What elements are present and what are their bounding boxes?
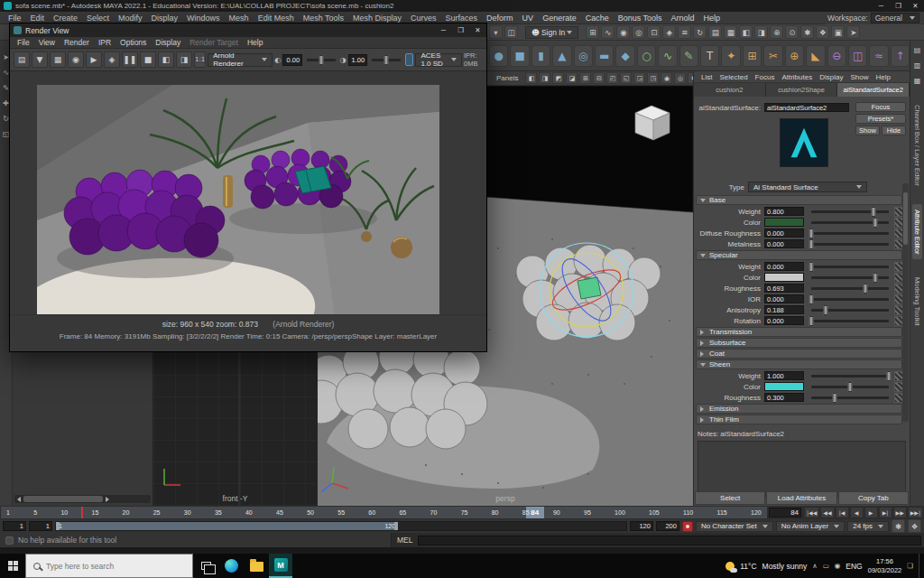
nurbs-circle-icon[interactable]: ○: [637, 45, 656, 67]
render-view-window[interactable]: Render View ─ ❐ ✕ File View Render IPR O…: [9, 23, 487, 352]
light-editor-icon[interactable]: ✱: [800, 25, 814, 39]
go-to-start-button[interactable]: |◀◀: [804, 507, 819, 518]
quad-draw-icon[interactable]: ⊞: [743, 45, 762, 67]
mel-label[interactable]: MEL: [397, 536, 412, 545]
tray-chevron-icon[interactable]: ∧: [812, 562, 818, 570]
menu-item[interactable]: Options: [116, 38, 151, 47]
minimize-button[interactable]: ─: [435, 26, 452, 34]
animation-preferences-icon[interactable]: ❖: [908, 519, 921, 533]
snapshot-icon[interactable]: ◉: [68, 51, 84, 68]
texture-editor-icon[interactable]: ❖: [816, 25, 829, 39]
step-back-key-button[interactable]: ◀◀: [820, 507, 834, 518]
one-to-one-zoom-button[interactable]: 1:1: [194, 51, 206, 68]
use-all-lights-icon[interactable]: ◳: [647, 72, 659, 84]
step-forward-key-button[interactable]: ▶▶: [893, 507, 907, 518]
hide-button[interactable]: Hide: [882, 126, 906, 135]
slider-handle[interactable]: [809, 294, 814, 304]
save-image-icon[interactable]: ▼: [32, 51, 48, 68]
render-icon[interactable]: ▶: [86, 51, 102, 68]
material-type-dropdown[interactable]: Ai Standard Surface: [748, 182, 867, 192]
menu-item[interactable]: Arnold: [667, 14, 699, 23]
section-subsurface[interactable]: Subsurface: [696, 338, 902, 348]
wireframe-icon[interactable]: ◰: [606, 72, 618, 84]
menu-item[interactable]: Mesh Tools: [299, 14, 348, 23]
renderer-dropdown[interactable]: Arnold Renderer: [208, 53, 273, 67]
load-attributes-button[interactable]: Load Attributes: [766, 491, 836, 505]
text-tool-icon[interactable]: T: [700, 45, 719, 67]
menu-item[interactable]: Select: [82, 14, 114, 23]
extrude-icon[interactable]: ↑: [891, 45, 910, 67]
shadows-icon[interactable]: ◉: [661, 72, 672, 84]
snap-center-icon[interactable]: ◎: [632, 25, 645, 39]
snap-view-icon[interactable]: ⊡: [647, 25, 661, 39]
scrollbar-thumb[interactable]: [23, 496, 103, 502]
action-center-icon[interactable]: ❏: [907, 562, 913, 570]
focus-button[interactable]: Focus: [855, 102, 906, 112]
ae-menu-item[interactable]: Focus: [752, 73, 779, 81]
menu-item[interactable]: Create: [49, 14, 82, 23]
component-mode-icon[interactable]: ◫: [504, 25, 518, 39]
weather-temp[interactable]: 11°C: [740, 562, 756, 571]
ae-menu-item[interactable]: Show: [846, 73, 872, 81]
workspace-selector[interactable]: Workspace: General: [825, 12, 922, 24]
poly-platonic-icon[interactable]: ◆: [615, 45, 634, 67]
slider-handle[interactable]: [809, 228, 814, 238]
nurbs-curve-icon[interactable]: ∿: [658, 45, 677, 67]
maya-taskbar-button[interactable]: M: [269, 554, 292, 578]
menu-item[interactable]: Render: [60, 38, 94, 47]
section-sheen[interactable]: Sheen: [696, 359, 902, 369]
menu-item[interactable]: Windows: [182, 14, 225, 23]
close-button[interactable]: ✕: [469, 26, 486, 34]
exposure-field[interactable]: 0.00: [282, 54, 302, 66]
selection-mode-icon[interactable]: ▾: [489, 25, 503, 39]
maximize-button[interactable]: ❐: [452, 26, 469, 34]
colorspace-dropdown[interactable]: ACES 1.0 SD: [415, 53, 462, 67]
smooth-icon[interactable]: ≈: [869, 45, 888, 67]
anim-layer-dropdown[interactable]: No Anim Layer: [776, 521, 845, 532]
ae-menu-item[interactable]: Attributes: [778, 73, 816, 81]
horizontal-scrollbar[interactable]: [14, 495, 151, 503]
alpha-channel-icon[interactable]: ◨: [176, 51, 192, 68]
section-thin-film[interactable]: Thin Film: [696, 415, 902, 424]
material-swatch[interactable]: [780, 118, 828, 167]
tab-cushion2shape[interactable]: cushion2Shape: [766, 83, 838, 97]
lock-camera-icon[interactable]: ◨: [539, 72, 550, 84]
snap-grid-icon[interactable]: ⊞: [586, 25, 599, 39]
range-slider-track[interactable]: 1 120: [55, 521, 627, 531]
network-icon[interactable]: ▭: [823, 562, 829, 570]
camera-attributes-icon[interactable]: ◩: [552, 72, 564, 84]
sidebar-tab-modeling-toolkit[interactable]: Modeling Toolkit: [912, 272, 922, 331]
sculpt-tool-icon[interactable]: ✦: [721, 45, 740, 67]
sidebar-tab-attribute-editor[interactable]: Attribute Editor: [912, 204, 922, 260]
animation-end-field[interactable]: 200: [656, 521, 679, 531]
render-image-area[interactable]: [10, 71, 486, 314]
attr-value-field[interactable]: 0.000: [764, 239, 804, 248]
ae-menu-item[interactable]: Help: [872, 73, 893, 81]
render-current-frame-icon[interactable]: ▦: [724, 25, 737, 39]
target-weld-icon[interactable]: ⊕: [785, 45, 804, 67]
sign-in-button[interactable]: ☻ Sign In: [525, 26, 578, 39]
render-region-icon[interactable]: ▦: [50, 51, 66, 68]
attr-value-field[interactable]: 0.000: [764, 316, 804, 325]
menu-item[interactable]: File: [4, 14, 26, 23]
attr-slider[interactable]: [811, 396, 889, 399]
presets-button[interactable]: Presets*: [855, 114, 906, 124]
toon-shader-icon[interactable]: ⊙: [785, 25, 799, 39]
section-transmission[interactable]: Transmission: [696, 327, 902, 337]
menu-item[interactable]: Generate: [538, 14, 581, 23]
slider-handle[interactable]: [871, 207, 875, 217]
weather-desc[interactable]: Mostly sunny: [762, 562, 808, 571]
language-indicator[interactable]: ENG: [845, 562, 862, 571]
menu-item[interactable]: UV: [518, 14, 539, 23]
taskbar-search[interactable]: [25, 554, 193, 578]
display-layers-icon[interactable]: ▣: [831, 25, 845, 39]
multi-cut-icon[interactable]: ✂: [763, 45, 782, 67]
ae-menu-item[interactable]: List: [698, 73, 716, 81]
range-slider-bar[interactable]: 1 120: [56, 522, 398, 530]
ipr-render-icon[interactable]: ◈: [104, 51, 120, 68]
play-backwards-button[interactable]: ◀: [850, 507, 864, 518]
task-view-button[interactable]: [193, 554, 218, 578]
slider-handle[interactable]: [319, 55, 323, 65]
help-line-icon[interactable]: ➤: [846, 25, 860, 39]
poly-cylinder-icon[interactable]: ▮: [531, 45, 550, 67]
